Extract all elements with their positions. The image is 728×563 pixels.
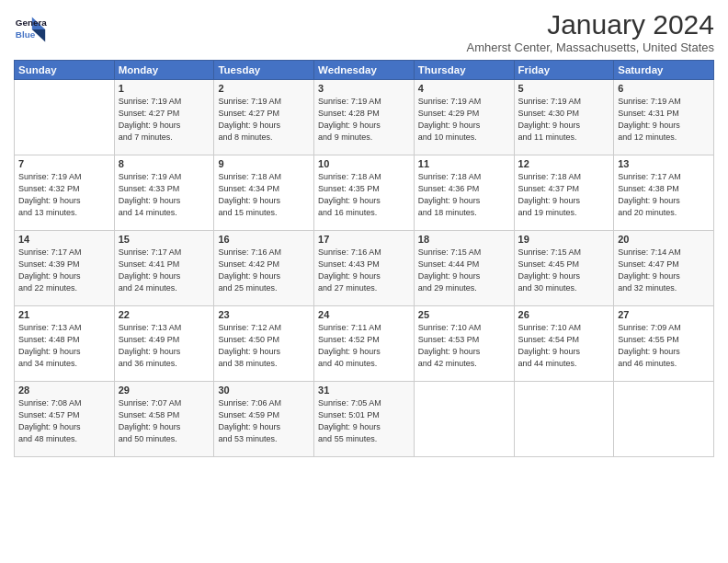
calendar-cell: 5Sunrise: 7:19 AM Sunset: 4:30 PM Daylig… <box>514 80 614 155</box>
day-info: Sunrise: 7:11 AM Sunset: 4:52 PM Dayligh… <box>318 322 410 370</box>
day-number: 30 <box>218 385 310 396</box>
calendar-cell: 1Sunrise: 7:19 AM Sunset: 4:27 PM Daylig… <box>114 80 214 155</box>
day-info: Sunrise: 7:19 AM Sunset: 4:31 PM Dayligh… <box>618 96 710 144</box>
calendar-header-tuesday: Tuesday <box>214 61 314 80</box>
calendar-week-row: 1Sunrise: 7:19 AM Sunset: 4:27 PM Daylig… <box>15 80 714 155</box>
calendar-cell: 7Sunrise: 7:19 AM Sunset: 4:32 PM Daylig… <box>15 155 115 231</box>
day-info: Sunrise: 7:19 AM Sunset: 4:27 PM Dayligh… <box>119 96 210 144</box>
day-number: 21 <box>18 309 110 320</box>
logo: General Blue <box>14 13 51 46</box>
day-info: Sunrise: 7:05 AM Sunset: 5:01 PM Dayligh… <box>318 397 410 445</box>
calendar-cell: 12Sunrise: 7:18 AM Sunset: 4:37 PM Dayli… <box>514 155 614 231</box>
day-number: 7 <box>18 158 110 169</box>
calendar-cell: 2Sunrise: 7:19 AM Sunset: 4:27 PM Daylig… <box>214 80 314 155</box>
calendar-cell <box>514 382 614 457</box>
calendar-cell: 22Sunrise: 7:13 AM Sunset: 4:49 PM Dayli… <box>114 306 214 382</box>
day-info: Sunrise: 7:16 AM Sunset: 4:42 PM Dayligh… <box>218 247 310 294</box>
day-number: 24 <box>318 309 410 320</box>
page: General Blue January 2024 Amherst Center… <box>0 0 728 563</box>
day-info: Sunrise: 7:15 AM Sunset: 4:44 PM Dayligh… <box>418 247 510 294</box>
calendar-cell: 14Sunrise: 7:17 AM Sunset: 4:39 PM Dayli… <box>15 231 115 306</box>
calendar-cell: 28Sunrise: 7:08 AM Sunset: 4:57 PM Dayli… <box>15 382 115 457</box>
day-info: Sunrise: 7:19 AM Sunset: 4:28 PM Dayligh… <box>318 96 410 144</box>
day-info: Sunrise: 7:16 AM Sunset: 4:43 PM Dayligh… <box>318 247 410 294</box>
calendar-cell: 19Sunrise: 7:15 AM Sunset: 4:45 PM Dayli… <box>514 231 614 306</box>
calendar-week-row: 7Sunrise: 7:19 AM Sunset: 4:32 PM Daylig… <box>15 155 714 231</box>
day-number: 23 <box>218 309 310 320</box>
day-number: 29 <box>119 385 210 396</box>
calendar-cell: 6Sunrise: 7:19 AM Sunset: 4:31 PM Daylig… <box>614 80 714 155</box>
day-number: 27 <box>618 309 710 320</box>
day-info: Sunrise: 7:07 AM Sunset: 4:58 PM Dayligh… <box>119 397 210 445</box>
day-number: 28 <box>18 385 110 396</box>
day-info: Sunrise: 7:19 AM Sunset: 4:30 PM Dayligh… <box>518 96 610 144</box>
calendar-cell: 23Sunrise: 7:12 AM Sunset: 4:50 PM Dayli… <box>214 306 314 382</box>
day-number: 3 <box>318 83 410 94</box>
calendar-header-sunday: Sunday <box>15 61 115 80</box>
day-info: Sunrise: 7:06 AM Sunset: 4:59 PM Dayligh… <box>218 397 310 445</box>
calendar-cell <box>414 382 514 457</box>
day-info: Sunrise: 7:13 AM Sunset: 4:48 PM Dayligh… <box>18 322 110 370</box>
day-info: Sunrise: 7:19 AM Sunset: 4:33 PM Dayligh… <box>119 171 210 219</box>
day-info: Sunrise: 7:19 AM Sunset: 4:29 PM Dayligh… <box>418 96 510 144</box>
calendar-cell: 15Sunrise: 7:17 AM Sunset: 4:41 PM Dayli… <box>114 231 214 306</box>
day-info: Sunrise: 7:17 AM Sunset: 4:38 PM Dayligh… <box>618 171 710 219</box>
calendar-cell: 31Sunrise: 7:05 AM Sunset: 5:01 PM Dayli… <box>314 382 415 457</box>
calendar-cell: 11Sunrise: 7:18 AM Sunset: 4:36 PM Dayli… <box>414 155 514 231</box>
calendar-header-friday: Friday <box>514 61 614 80</box>
day-number: 26 <box>518 309 610 320</box>
day-info: Sunrise: 7:17 AM Sunset: 4:41 PM Dayligh… <box>119 247 210 294</box>
day-number: 10 <box>318 158 410 169</box>
day-number: 25 <box>418 309 510 320</box>
day-info: Sunrise: 7:17 AM Sunset: 4:39 PM Dayligh… <box>18 247 110 294</box>
month-title: January 2024 <box>466 9 714 40</box>
calendar-week-row: 21Sunrise: 7:13 AM Sunset: 4:48 PM Dayli… <box>15 306 714 382</box>
calendar-cell: 18Sunrise: 7:15 AM Sunset: 4:44 PM Dayli… <box>414 231 514 306</box>
day-number: 15 <box>119 234 210 245</box>
day-number: 13 <box>618 158 710 169</box>
svg-text:General: General <box>16 17 47 28</box>
day-number: 2 <box>218 83 310 94</box>
day-info: Sunrise: 7:18 AM Sunset: 4:37 PM Dayligh… <box>518 171 610 219</box>
day-number: 9 <box>218 158 310 169</box>
calendar-cell: 13Sunrise: 7:17 AM Sunset: 4:38 PM Dayli… <box>614 155 714 231</box>
logo-icon: General Blue <box>14 13 47 46</box>
day-number: 14 <box>18 234 110 245</box>
calendar-cell: 21Sunrise: 7:13 AM Sunset: 4:48 PM Dayli… <box>15 306 115 382</box>
calendar-cell: 25Sunrise: 7:10 AM Sunset: 4:53 PM Dayli… <box>414 306 514 382</box>
calendar-cell <box>15 80 115 155</box>
calendar-cell: 16Sunrise: 7:16 AM Sunset: 4:42 PM Dayli… <box>214 231 314 306</box>
day-number: 8 <box>119 158 210 169</box>
day-info: Sunrise: 7:19 AM Sunset: 4:32 PM Dayligh… <box>18 171 110 219</box>
day-info: Sunrise: 7:10 AM Sunset: 4:53 PM Dayligh… <box>418 322 510 370</box>
calendar-header-row: SundayMondayTuesdayWednesdayThursdayFrid… <box>15 61 714 80</box>
day-info: Sunrise: 7:18 AM Sunset: 4:36 PM Dayligh… <box>418 171 510 219</box>
calendar-header-thursday: Thursday <box>414 61 514 80</box>
day-info: Sunrise: 7:18 AM Sunset: 4:34 PM Dayligh… <box>218 171 310 219</box>
calendar-cell: 4Sunrise: 7:19 AM Sunset: 4:29 PM Daylig… <box>414 80 514 155</box>
day-number: 1 <box>119 83 210 94</box>
calendar-cell: 10Sunrise: 7:18 AM Sunset: 4:35 PM Dayli… <box>314 155 415 231</box>
day-number: 31 <box>318 385 410 396</box>
day-info: Sunrise: 7:08 AM Sunset: 4:57 PM Dayligh… <box>18 397 110 445</box>
day-info: Sunrise: 7:18 AM Sunset: 4:35 PM Dayligh… <box>318 171 410 219</box>
calendar-week-row: 14Sunrise: 7:17 AM Sunset: 4:39 PM Dayli… <box>15 231 714 306</box>
calendar-cell: 3Sunrise: 7:19 AM Sunset: 4:28 PM Daylig… <box>314 80 415 155</box>
calendar-header-monday: Monday <box>114 61 214 80</box>
calendar-cell: 8Sunrise: 7:19 AM Sunset: 4:33 PM Daylig… <box>114 155 214 231</box>
calendar-cell: 24Sunrise: 7:11 AM Sunset: 4:52 PM Dayli… <box>314 306 415 382</box>
day-number: 18 <box>418 234 510 245</box>
calendar-cell: 17Sunrise: 7:16 AM Sunset: 4:43 PM Dayli… <box>314 231 415 306</box>
day-number: 20 <box>618 234 710 245</box>
day-info: Sunrise: 7:10 AM Sunset: 4:54 PM Dayligh… <box>518 322 610 370</box>
day-info: Sunrise: 7:09 AM Sunset: 4:55 PM Dayligh… <box>618 322 710 370</box>
day-info: Sunrise: 7:15 AM Sunset: 4:45 PM Dayligh… <box>518 247 610 294</box>
calendar-week-row: 28Sunrise: 7:08 AM Sunset: 4:57 PM Dayli… <box>15 382 714 457</box>
day-number: 22 <box>119 309 210 320</box>
day-number: 5 <box>518 83 610 94</box>
calendar-header-wednesday: Wednesday <box>314 61 415 80</box>
day-info: Sunrise: 7:12 AM Sunset: 4:50 PM Dayligh… <box>218 322 310 370</box>
header: General Blue January 2024 Amherst Center… <box>14 9 714 54</box>
calendar-cell: 26Sunrise: 7:10 AM Sunset: 4:54 PM Dayli… <box>514 306 614 382</box>
calendar-cell: 20Sunrise: 7:14 AM Sunset: 4:47 PM Dayli… <box>614 231 714 306</box>
